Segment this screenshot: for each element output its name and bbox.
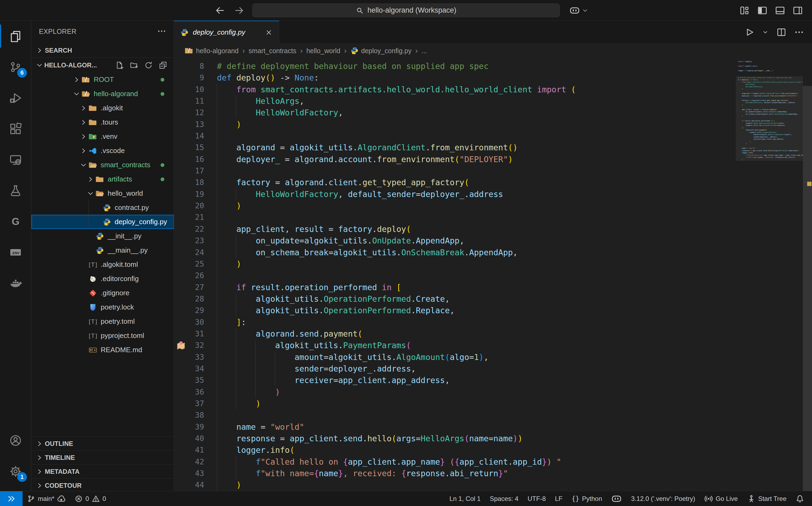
- panel-timeline[interactable]: TIMELINE: [31, 450, 174, 465]
- status-ln-1-col-1[interactable]: Ln 1, Col 1: [445, 491, 485, 506]
- tree-item--venv[interactable]: .venv: [31, 130, 174, 144]
- back-arrow-icon[interactable]: [215, 5, 225, 16]
- code-line-25[interactable]: 25 ): [174, 258, 736, 270]
- code-line-39[interactable]: 39 name = "world": [174, 421, 736, 433]
- chevron-right-icon[interactable]: [72, 76, 81, 83]
- code-line-36[interactable]: 36 ): [174, 386, 736, 398]
- code-line-42[interactable]: 42 f"Called hello on {app_client.app_nam…: [174, 456, 736, 468]
- chevron-down-icon[interactable]: [79, 161, 88, 169]
- chevron-down-icon[interactable]: [72, 90, 81, 98]
- new-file-icon[interactable]: [115, 61, 124, 69]
- tree-item-hello-world[interactable]: hello_world: [31, 186, 174, 200]
- remote-indicator[interactable]: [0, 491, 22, 506]
- activity-item-gitlens[interactable]: G: [0, 206, 31, 237]
- tree-item-pyproject-toml[interactable]: [T]pyproject.toml: [31, 329, 174, 343]
- chevron-right-icon[interactable]: [79, 119, 88, 126]
- tree-item-poetry-toml[interactable]: [T]poetry.toml: [31, 314, 174, 329]
- chevron-right-icon[interactable]: [86, 176, 95, 183]
- code-line-28[interactable]: 28 algokit_utils.OperationPerformed.Crea…: [174, 293, 736, 305]
- code-line-23[interactable]: 23 on_update=algokit_utils.OnUpdate.Appe…: [174, 235, 736, 246]
- problems-status[interactable]: 00: [70, 491, 111, 506]
- tree-item-smart-contracts[interactable]: smart_contracts: [31, 158, 174, 172]
- status-start-tree[interactable]: Start Tree: [742, 491, 791, 506]
- chevron-right-icon[interactable]: [79, 147, 88, 155]
- status-copilot[interactable]: [606, 491, 627, 506]
- codetour-marker-icon[interactable]: [176, 341, 186, 350]
- command-center-search[interactable]: hello-algorand (Workspace): [252, 3, 560, 17]
- code-line-16[interactable]: 16 deployer_ = algorand.account.from_env…: [174, 154, 736, 165]
- editor-scrollbar[interactable]: [803, 58, 812, 491]
- copilot-menu[interactable]: [569, 0, 588, 21]
- code-line-30[interactable]: 30 ]:: [174, 317, 736, 328]
- run-icon[interactable]: [744, 27, 754, 37]
- search-section-header[interactable]: SEARCH: [31, 44, 174, 58]
- activity-item-accounts[interactable]: [0, 425, 31, 456]
- chevron-down-sm-icon[interactable]: [762, 29, 768, 35]
- code-line-37[interactable]: 37 ): [174, 398, 736, 409]
- panel-codetour[interactable]: CODETOUR: [31, 478, 174, 491]
- status-3-12-0-venv-poetry-[interactable]: 3.12.0 ('.venv': Poetry): [627, 491, 700, 506]
- code-line-29[interactable]: 29 algokit_utils.OperationPerformed.Repl…: [174, 305, 736, 316]
- code-line-9[interactable]: 9def deploy() -> None:: [174, 72, 736, 83]
- code-line-26[interactable]: 26: [174, 270, 736, 281]
- code-line-14[interactable]: 14: [174, 130, 736, 142]
- tab-deploy-config[interactable]: deploy_config.py: [174, 21, 279, 44]
- activity-item-settings[interactable]: 1: [0, 456, 31, 487]
- tree-item-contract-py[interactable]: contract.py: [31, 200, 174, 215]
- tree-item-poetry-lock[interactable]: poetry.lock: [31, 300, 174, 314]
- close-icon[interactable]: [265, 29, 272, 36]
- breadcrumb-item[interactable]: hello-algorand: [185, 47, 238, 55]
- activity-item-dotenv[interactable]: .ENV: [0, 237, 31, 268]
- status-go-live[interactable]: Go Live: [700, 491, 742, 506]
- tree-item--vscode[interactable]: .vscode: [31, 144, 174, 158]
- tree-item--tours[interactable]: .tours: [31, 115, 174, 130]
- workspace-section-header[interactable]: HELLO-ALGOR...: [31, 58, 174, 73]
- tree-item-hello-algorand[interactable]: hello-algorand: [31, 87, 174, 101]
- tree-item--main-py[interactable]: __main__.py: [31, 243, 174, 257]
- collapse-all-icon[interactable]: [159, 61, 167, 69]
- chevron-down-icon[interactable]: [86, 190, 95, 197]
- forward-arrow-icon[interactable]: [234, 5, 244, 16]
- code-line-31[interactable]: 31 algorand.send.payment(: [174, 328, 736, 340]
- panel-outline[interactable]: OUTLINE: [31, 436, 174, 450]
- code-line-17[interactable]: 17: [174, 165, 736, 177]
- status-python[interactable]: {}Python: [567, 491, 607, 506]
- layout-sidebar-icon[interactable]: [757, 5, 767, 16]
- code-line-41[interactable]: 41 logger.info(: [174, 444, 736, 456]
- activity-item-remote-explorer[interactable]: [0, 144, 31, 175]
- code-line-19[interactable]: 19 HelloWorldFactory, default_sender=dep…: [174, 188, 736, 200]
- layout-aux-icon[interactable]: [793, 5, 803, 16]
- code-line-27[interactable]: 27 if result.operation_performed in [: [174, 281, 736, 293]
- code-line-18[interactable]: 18 factory = algorand.client.get_typed_a…: [174, 177, 736, 188]
- code-line-22[interactable]: 22 app_client, result = factory.deploy(: [174, 223, 736, 235]
- split-editor-icon[interactable]: [777, 27, 786, 37]
- status-utf-8[interactable]: UTF-8: [523, 491, 551, 506]
- panel-metadata[interactable]: METADATA: [31, 465, 174, 478]
- activity-item-source-control[interactable]: 6: [0, 52, 31, 82]
- code-line-11[interactable]: 11 HelloArgs,: [174, 95, 736, 107]
- more-icon[interactable]: [794, 27, 804, 37]
- tree-item-readme-md[interactable]: README.md: [31, 343, 174, 357]
- chevron-right-icon[interactable]: [79, 104, 88, 112]
- breadcrumb-item[interactable]: deploy_config.py: [350, 47, 412, 55]
- activity-item-extensions[interactable]: [0, 113, 31, 144]
- code-line-38[interactable]: 38: [174, 409, 736, 421]
- code-line-13[interactable]: 13 ): [174, 119, 736, 130]
- activity-item-explorer[interactable]: [0, 21, 31, 52]
- code-line-21[interactable]: 21: [174, 212, 736, 223]
- tree-item--init-py[interactable]: __init__.py: [31, 229, 174, 243]
- tree-item--algokit[interactable]: .algokit: [31, 101, 174, 115]
- branch-status[interactable]: main*: [22, 491, 70, 506]
- tree-item-artifacts[interactable]: artifacts: [31, 172, 174, 186]
- chevron-right-icon[interactable]: [79, 133, 88, 141]
- code-line-15[interactable]: 15 algorand = algokit_utils.AlgorandClie…: [174, 142, 736, 153]
- breadcrumb-item[interactable]: ...: [422, 47, 427, 55]
- code-line-35[interactable]: 35 receiver=app_client.app_address,: [174, 374, 736, 386]
- activity-item-docker[interactable]: [0, 268, 31, 299]
- code-line-24[interactable]: 24 on_schema_break=algokit_utils.OnSchem…: [174, 247, 736, 258]
- status-spaces-4[interactable]: Spaces: 4: [485, 491, 523, 506]
- breadcrumb-item[interactable]: smart_contracts: [249, 47, 297, 55]
- code-line-20[interactable]: 20 ): [174, 200, 736, 212]
- minimap[interactable]: import loggingimport algokit_utilslogger…: [736, 60, 803, 222]
- breadcrumb-item[interactable]: hello_world: [306, 47, 340, 55]
